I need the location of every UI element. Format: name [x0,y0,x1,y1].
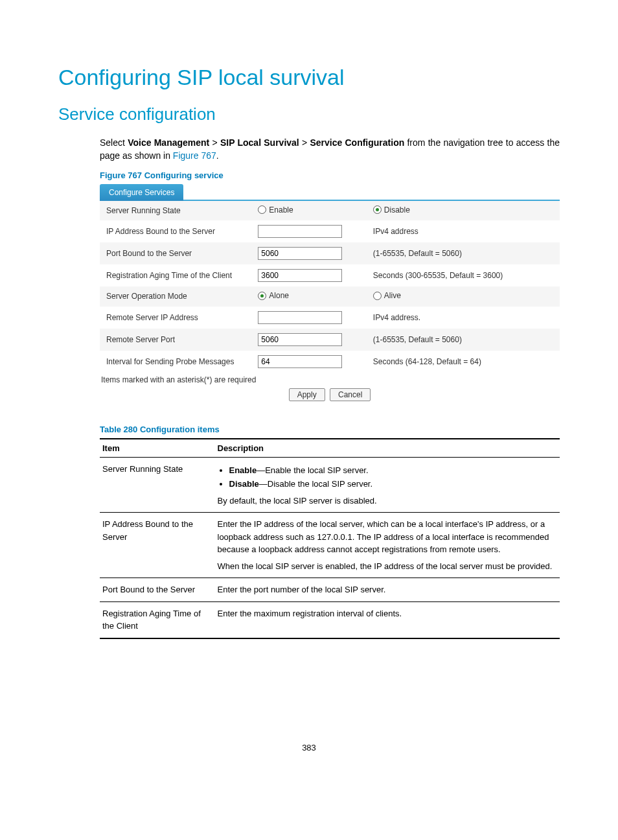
th-item: Item [100,439,215,458]
table-row: Registration Aging Time of the Client En… [100,601,560,638]
page-number: 383 [58,743,560,752]
radio-enable[interactable]: Enable [258,205,293,215]
form-row: Registration Aging Time of the Client Se… [100,264,560,286]
label-remote-port: Remote Server Port [100,329,251,351]
label-server-running-state: Server Running State [100,201,251,221]
apply-button[interactable]: Apply [289,388,325,401]
table-row: Port Bound to the Server Enter the port … [100,578,560,602]
hint-remote-ip: IPv4 address. [367,307,560,329]
section-title: Service configuration [58,104,560,124]
input-remote-port[interactable] [258,333,342,346]
th-description: Description [215,439,560,458]
item-desc: Enter the IP address of the local server… [215,513,560,578]
configure-services-form: Configure Services Server Running State … [100,184,560,401]
input-remote-ip[interactable] [258,311,342,324]
figure-caption: Figure 767 Configuring service [100,170,560,180]
input-port-bound[interactable] [258,247,342,260]
config-items-table: Item Description Server Running State En… [100,438,560,639]
hint-reg-aging: Seconds (300-65535, Default = 3600) [367,264,560,286]
label-probe-interval: Interval for Sending Probe Messages [100,351,251,373]
form-row: IP Address Bound to the Server IPv4 addr… [100,220,560,242]
label-ip-bound: IP Address Bound to the Server [100,220,251,242]
form-note: Items marked with an asterisk(*) are req… [101,375,560,384]
item-name: IP Address Bound to the Server [100,513,215,578]
table-caption: Table 280 Configuration items [100,425,560,434]
cancel-button[interactable]: Cancel [330,388,371,401]
input-reg-aging[interactable] [258,269,342,282]
input-probe-interval[interactable] [258,355,342,368]
table-row: IP Address Bound to the Server Enter the… [100,513,560,578]
radio-disable[interactable]: Disable [373,205,410,215]
tab-configure-services[interactable]: Configure Services [100,184,183,201]
form-row: Server Operation Mode Alone Alive [100,286,560,307]
page-title: Configuring SIP local survival [58,65,560,90]
table-row: Server Running State Enable—Enable the l… [100,457,560,513]
form-row: Server Running State Enable Disable [100,201,560,221]
intro-text: Select Voice Management > SIP Local Surv… [100,136,560,163]
hint-remote-port: (1-65535, Default = 5060) [367,329,560,351]
label-reg-aging: Registration Aging Time of the Client [100,264,251,286]
item-desc: Enable—Enable the local SIP server. Disa… [215,457,560,513]
form-row: Port Bound to the Server (1-65535, Defau… [100,242,560,264]
label-op-mode: Server Operation Mode [100,286,251,307]
item-desc: Enter the maximum registration interval … [215,601,560,638]
figure-link[interactable]: Figure 767 [173,150,216,161]
item-name: Server Running State [100,457,215,513]
radio-alive[interactable]: Alive [373,291,401,300]
radio-alone[interactable]: Alone [258,291,289,300]
input-ip-bound[interactable] [258,225,342,238]
item-desc: Enter the port number of the local SIP s… [215,578,560,602]
item-name: Registration Aging Time of the Client [100,601,215,638]
item-name: Port Bound to the Server [100,578,215,602]
hint-ip-bound: IPv4 address [367,220,560,242]
form-row: Interval for Sending Probe Messages Seco… [100,351,560,373]
form-row: Remote Server Port (1-65535, Default = 5… [100,329,560,351]
form-row: Remote Server IP Address IPv4 address. [100,307,560,329]
hint-probe-interval: Seconds (64-128, Default = 64) [367,351,560,373]
label-port-bound: Port Bound to the Server [100,242,251,264]
label-remote-ip: Remote Server IP Address [100,307,251,329]
hint-port-bound: (1-65535, Default = 5060) [367,242,560,264]
